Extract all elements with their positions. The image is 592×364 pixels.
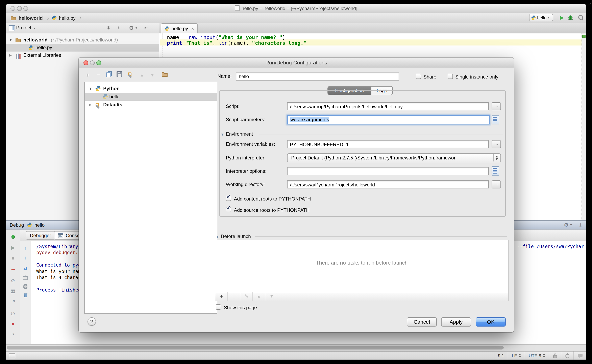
environment-section-label[interactable]: Environment: [226, 131, 253, 137]
move-up-icon[interactable]: ▲: [138, 71, 146, 78]
apply-button[interactable]: Apply: [441, 317, 471, 326]
add-source-roots-checkbox[interactable]: ✓: [226, 207, 231, 212]
sort-icon[interactable]: ↓a: [6, 299, 20, 303]
tree-group-defaults[interactable]: ▶ Defaults: [85, 101, 217, 109]
mute-icon[interactable]: ∅: [6, 311, 20, 317]
hide-toolwindow-icon[interactable]: ⤓: [579, 222, 582, 228]
help-button[interactable]: ?: [87, 317, 96, 326]
share-checkbox[interactable]: [416, 74, 421, 79]
save-icon[interactable]: [116, 71, 123, 78]
browse-script-button[interactable]: …: [491, 102, 501, 110]
line-separator-select[interactable]: LF: [508, 351, 525, 360]
close-tab-icon[interactable]: ×: [191, 26, 194, 31]
mute-breakpoints-icon[interactable]: ⊘: [6, 278, 20, 283]
working-directory-input[interactable]: /Users/swa/PycharmProjects/helloworld: [287, 180, 489, 188]
single-instance-checkbox[interactable]: [448, 74, 453, 79]
name-input[interactable]: hello: [236, 72, 399, 81]
expand-arrow-icon[interactable]: ▼: [9, 36, 13, 44]
browse-workdir-button[interactable]: …: [491, 180, 501, 188]
inspection-profile-icon[interactable]: [561, 351, 573, 360]
encoding-select[interactable]: UTF-8: [525, 351, 549, 360]
gear-icon[interactable]: ⚙: [564, 222, 569, 228]
python-icon: [102, 94, 108, 99]
add-task-button[interactable]: +: [215, 292, 228, 301]
stop-icon[interactable]: ■: [6, 255, 20, 261]
copy-icon[interactable]: [105, 71, 113, 78]
tree-group-python[interactable]: ▼ Python: [85, 84, 217, 93]
browse-env-button[interactable]: …: [491, 140, 501, 148]
run-configuration-select[interactable]: hello ▾: [529, 14, 553, 21]
window-titlebar[interactable]: hello.py – helloworld – [~/PycharmProjec…: [6, 4, 586, 13]
search-icon[interactable]: [578, 15, 584, 20]
debug-button[interactable]: [567, 15, 573, 22]
collapsed-arrow-icon[interactable]: ▶: [9, 52, 12, 59]
before-launch-section-label[interactable]: Before launch: [221, 234, 251, 239]
show-this-page-checkbox[interactable]: [216, 304, 221, 310]
tree-item-hello[interactable]: hello: [85, 93, 217, 101]
restore-layout-icon[interactable]: ▦: [6, 288, 20, 294]
tree-group-label: Python: [103, 84, 120, 93]
expand-parameters-button[interactable]: [491, 115, 499, 124]
hide-panel-icon[interactable]: ⇤: [144, 23, 148, 33]
lock-icon[interactable]: [549, 351, 561, 360]
resume-icon[interactable]: ▶: [6, 245, 20, 250]
script-parameters-input[interactable]: we are arguments: [287, 115, 490, 124]
section-collapse-icon[interactable]: ▼: [216, 235, 219, 239]
python-icon: [531, 15, 536, 20]
run-button[interactable]: ▶: [560, 14, 564, 21]
move-down-icon[interactable]: ▼: [149, 71, 156, 78]
move-task-up-icon[interactable]: ▲: [253, 292, 265, 301]
environment-variables-input[interactable]: PYTHONUNBUFFERED=1: [287, 140, 489, 148]
caret-position[interactable]: 9:1: [494, 351, 508, 360]
add-content-roots-checkbox[interactable]: ✓: [226, 196, 231, 201]
locate-icon[interactable]: ⊕: [107, 23, 110, 33]
tree-item-hello-py[interactable]: hello.py: [6, 44, 159, 52]
interpreter-options-input[interactable]: [287, 167, 489, 175]
move-task-down-icon[interactable]: ▼: [265, 292, 278, 301]
collapsed-arrow-icon[interactable]: ▶: [89, 101, 92, 109]
dialog-titlebar[interactable]: Run/Debug Configurations: [79, 58, 514, 68]
remove-configuration-button[interactable]: −: [95, 71, 102, 78]
project-panel-title[interactable]: Project ▾: [16, 23, 35, 33]
before-launch-task-list[interactable]: There are no tasks to run before launch: [215, 240, 509, 292]
cancel-button[interactable]: Cancel: [407, 317, 437, 326]
horizontal-scrollbar[interactable]: [6, 344, 586, 351]
notifications-icon[interactable]: [573, 351, 586, 360]
clear-all-icon[interactable]: [20, 293, 31, 299]
view-breakpoints-icon[interactable]: ●●: [6, 267, 20, 271]
ok-button[interactable]: OK: [476, 317, 506, 326]
tree-group-label: Defaults: [103, 101, 122, 109]
tab-debugger[interactable]: Debugger: [26, 231, 55, 240]
wrench-icon[interactable]: [126, 71, 134, 78]
tab-hello-py[interactable]: hello.py ×: [161, 23, 198, 33]
export-icon[interactable]: [20, 275, 31, 281]
add-configuration-button[interactable]: +: [84, 71, 92, 78]
expand-options-button[interactable]: [491, 166, 499, 176]
console-line-fragment: ) --file /Users/swa/Pychar: [511, 244, 584, 250]
scroll-down-icon[interactable]: ↓: [20, 255, 31, 260]
bug-icon[interactable]: [6, 234, 20, 240]
folder-icon[interactable]: [161, 71, 168, 78]
close-session-icon[interactable]: ✕: [6, 321, 20, 327]
python-interpreter-select[interactable]: Project Default (Python 2.7.5 (/System/L…: [287, 153, 501, 162]
gear-icon[interactable]: ⚙: [129, 23, 134, 33]
editor-annotation-column[interactable]: [582, 33, 586, 220]
help-icon[interactable]: ?: [6, 332, 20, 338]
toolwindow-toggle-icon[interactable]: [9, 353, 15, 358]
scroll-up-icon[interactable]: ↑: [20, 246, 31, 251]
tree-item-root[interactable]: ▼ helloworld (~/PycharmProjects/hellowor…: [6, 36, 159, 44]
remove-task-button[interactable]: −: [228, 292, 240, 301]
section-collapse-icon[interactable]: ▼: [221, 132, 224, 136]
editor-tab-bar: hello.py ×: [159, 23, 586, 33]
expand-arrow-icon[interactable]: ▼: [89, 84, 92, 93]
collapse-all-icon[interactable]: ⇟: [117, 23, 120, 33]
script-input[interactable]: /Users/swaroop/PycharmProjects/helloworl…: [287, 102, 489, 110]
rerun-icon[interactable]: ⇄: [20, 266, 31, 271]
print-icon[interactable]: [20, 284, 31, 290]
breadcrumb-file[interactable]: hello.py: [59, 15, 76, 21]
section-divider: [259, 134, 503, 135]
folder-icon: [15, 38, 21, 42]
breadcrumb-project[interactable]: helloworld: [19, 15, 43, 21]
scrollbar-thumb[interactable]: [7, 346, 504, 350]
edit-task-icon[interactable]: ✎: [240, 292, 253, 301]
